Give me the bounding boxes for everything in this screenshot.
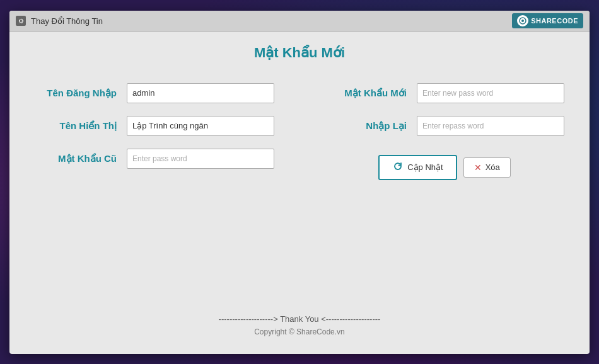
footer: --------------------> Thank You <-------… bbox=[35, 308, 564, 341]
sharecode-logo-icon bbox=[517, 15, 528, 26]
repass-row: Nhập Lại bbox=[325, 116, 564, 136]
sharecode-logo: SHARECODE bbox=[512, 13, 583, 28]
delete-button[interactable]: ✕ Xóa bbox=[463, 157, 511, 178]
new-password-row: Mật Khẩu Mới bbox=[325, 83, 564, 103]
display-name-label: Tên Hiển Thị bbox=[35, 120, 117, 132]
old-password-row: Mật Khẩu Cũ bbox=[35, 149, 274, 169]
display-name-input[interactable] bbox=[127, 116, 274, 136]
sharecode-text: SHARECODE bbox=[531, 17, 578, 25]
username-row: Tên Đăng Nhập bbox=[35, 83, 274, 103]
title-bar-left: ⚙ Thay Đổi Thông Tin bbox=[16, 16, 103, 26]
window-icon: ⚙ bbox=[16, 16, 26, 26]
svg-point-1 bbox=[521, 20, 524, 22]
refresh-icon bbox=[392, 161, 404, 174]
old-password-label: Mật Khẩu Cũ bbox=[35, 153, 117, 164]
title-bar-right: SHARECODE bbox=[512, 13, 583, 28]
repass-label: Nhập Lại bbox=[325, 120, 407, 132]
app-window: ⚙ Thay Đổi Thông Tin SHARECODE Mật Khẩu … bbox=[9, 11, 590, 354]
update-label: Cập Nhật bbox=[407, 162, 443, 172]
main-content: Mật Khẩu Mới Tên Đăng Nhập Tên Hiển Thị … bbox=[9, 32, 590, 354]
username-input[interactable] bbox=[127, 83, 274, 103]
title-bar: ⚙ Thay Đổi Thông Tin SHARECODE bbox=[9, 11, 590, 32]
repass-input[interactable] bbox=[417, 116, 564, 136]
new-password-label: Mật Khẩu Mới bbox=[325, 88, 407, 99]
delete-label: Xóa bbox=[486, 162, 500, 172]
update-button[interactable]: Cập Nhật bbox=[378, 155, 457, 180]
window-title: Thay Đổi Thông Tin bbox=[31, 16, 103, 26]
close-icon: ✕ bbox=[474, 162, 482, 173]
button-row: Cập Nhật ✕ Xóa bbox=[325, 155, 564, 180]
copyright-text: Copyright © ShareCode.vn bbox=[35, 327, 564, 336]
thank-you-text: --------------------> Thank You <-------… bbox=[35, 314, 564, 324]
page-title: Mật Khẩu Mới bbox=[35, 45, 564, 61]
username-label: Tên Đăng Nhập bbox=[35, 88, 117, 99]
new-password-input[interactable] bbox=[417, 83, 564, 103]
form-right: Mật Khẩu Mới Nhập Lại bbox=[300, 83, 564, 308]
old-password-input[interactable] bbox=[127, 149, 274, 169]
display-name-row: Tên Hiển Thị bbox=[35, 116, 274, 136]
form-left: Tên Đăng Nhập Tên Hiển Thị Mật Khẩu Cũ bbox=[35, 83, 300, 308]
form-area: Tên Đăng Nhập Tên Hiển Thị Mật Khẩu Cũ M… bbox=[35, 83, 564, 308]
